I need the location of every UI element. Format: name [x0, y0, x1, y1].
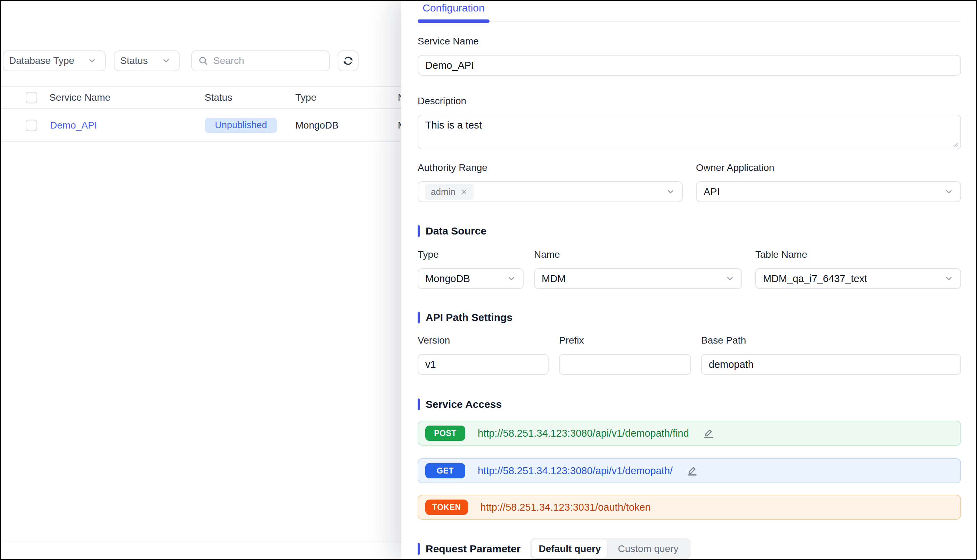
version-label: Version [418, 335, 549, 346]
ds-table-name-select[interactable]: MDM_qa_i7_6437_text [755, 268, 961, 289]
ds-name-value: MDM [542, 273, 566, 285]
database-type-filter-label: Database Type [9, 55, 74, 67]
column-header-status: Status [205, 92, 232, 103]
search-icon [198, 56, 208, 66]
owner-application-label: Owner Application [696, 163, 961, 173]
ds-table-name-value: MDM_qa_i7_6437_text [763, 273, 867, 285]
base-path-label: Base Path [701, 335, 961, 346]
service-access-title: Service Access [426, 398, 502, 411]
owner-application-value: API [704, 186, 720, 198]
ds-name-label: Name [534, 250, 742, 260]
request-parameter-section-header: Request Parameter [418, 542, 520, 555]
section-accent-bar [418, 225, 420, 237]
chevron-down-icon [88, 56, 97, 65]
base-path-input[interactable] [701, 354, 961, 375]
authority-range-select[interactable]: admin [418, 181, 683, 202]
get-endpoint-url: http://58.251.34.123:3080/api/v1/demopat… [478, 465, 673, 477]
select-all-checkbox[interactable] [26, 92, 37, 103]
description-textarea[interactable]: This is a test [418, 115, 961, 149]
row-checkbox[interactable] [26, 120, 37, 131]
query-mode-segmented-control: Default query Custom query [530, 538, 690, 560]
request-parameter-title: Request Parameter [426, 542, 520, 555]
tab-configuration[interactable]: Configuration [418, 1, 490, 14]
prefix-input[interactable] [559, 354, 691, 375]
default-query-tab[interactable]: Default query [532, 540, 607, 558]
ds-type-select[interactable]: MongoDB [418, 268, 524, 289]
get-method-badge: GET [425, 463, 465, 478]
prefix-label: Prefix [559, 335, 691, 346]
section-accent-bar [418, 398, 420, 410]
service-access-section-header: Service Access [418, 398, 961, 411]
section-accent-bar [418, 312, 420, 323]
ds-table-name-label: Table Name [755, 250, 961, 260]
chevron-down-icon [162, 56, 171, 65]
status-filter[interactable]: Status [114, 50, 180, 71]
row-type-value: MongoDB [295, 120, 339, 131]
resize-handle-icon[interactable] [952, 141, 958, 147]
column-header-service-name: Service Name [49, 92, 110, 103]
service-name-input[interactable] [418, 55, 961, 76]
app-window: Database Type Status [0, 0, 977, 560]
edit-pencil-icon[interactable] [703, 428, 714, 439]
close-icon[interactable] [460, 188, 468, 196]
version-input[interactable] [418, 354, 549, 375]
authority-tag: admin [425, 184, 473, 200]
section-accent-bar [418, 543, 420, 555]
token-endpoint-url: http://58.251.34.123:3031/oauth/token [480, 502, 651, 513]
configuration-drawer: Configuration Service Name Description T… [401, 1, 977, 559]
chevron-down-icon [944, 187, 954, 196]
chevron-down-icon [507, 274, 516, 283]
column-header-type: Type [295, 92, 317, 103]
chevron-down-icon [666, 187, 675, 196]
filter-bar: Database Type Status [3, 50, 358, 71]
authority-tag-text: admin [431, 187, 455, 197]
token-endpoint-row: TOKEN http://58.251.34.123:3031/oauth/to… [418, 495, 961, 520]
refresh-button[interactable] [338, 50, 358, 71]
custom-query-tab[interactable]: Custom query [607, 540, 689, 558]
post-method-badge: POST [425, 425, 465, 441]
data-source-title: Data Source [426, 224, 487, 238]
ds-name-select[interactable]: MDM [534, 268, 742, 289]
ds-type-label: Type [418, 250, 524, 260]
description-label: Description [418, 96, 961, 106]
refresh-icon [343, 55, 354, 67]
get-endpoint-row: GET http://58.251.34.123:3080/api/v1/dem… [418, 458, 961, 483]
post-endpoint-row: POST http://58.251.34.123:3080/api/v1/de… [418, 421, 961, 446]
chevron-down-icon [944, 274, 954, 283]
drawer-tabs: Configuration [418, 1, 961, 22]
service-name-link[interactable]: Demo_API [50, 120, 97, 131]
request-parameter-row: Request Parameter Default query Custom q… [418, 538, 961, 560]
post-endpoint-url: http://58.251.34.123:3080/api/v1/demopat… [478, 428, 689, 439]
api-path-section-header: API Path Settings [418, 311, 961, 324]
status-badge: Unpublished [205, 118, 277, 133]
database-type-filter[interactable]: Database Type [3, 50, 106, 71]
edit-pencil-icon[interactable] [687, 465, 698, 476]
tab-active-indicator [418, 20, 490, 23]
status-filter-label: Status [120, 55, 148, 67]
ds-type-value: MongoDB [425, 273, 470, 285]
chevron-down-icon [725, 274, 735, 283]
search-input[interactable] [213, 55, 323, 67]
owner-application-select[interactable]: API [696, 181, 961, 202]
token-method-badge: TOKEN [425, 500, 468, 515]
authority-range-label: Authority Range [418, 163, 683, 173]
data-source-section-header: Data Source [418, 224, 961, 238]
api-path-title: API Path Settings [426, 311, 512, 324]
search-box[interactable] [191, 50, 330, 71]
service-name-label: Service Name [418, 36, 961, 47]
